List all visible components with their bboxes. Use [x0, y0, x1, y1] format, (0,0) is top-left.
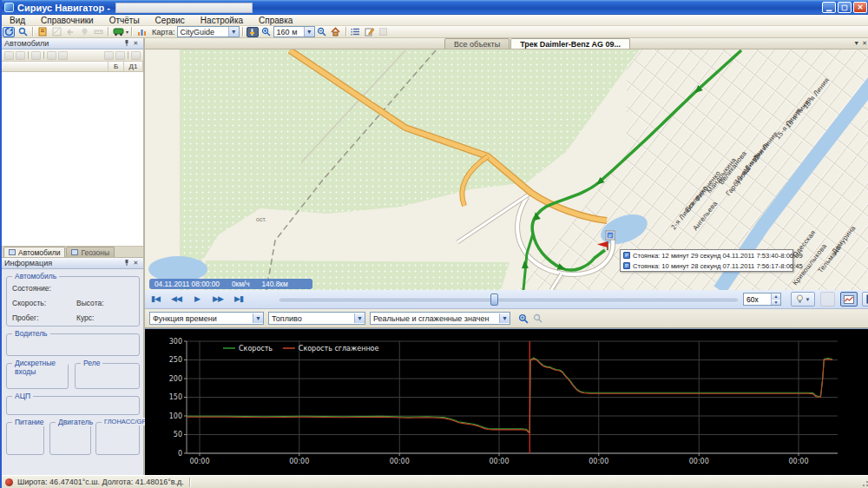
group-adc-label: АЦП — [12, 392, 33, 400]
menu-bar: ВидСправочникиОтчётыСервисНастройкаСправ… — [2, 15, 868, 26]
forward-button[interactable]: ▶▶ — [209, 293, 227, 307]
y-tick-label: 0 — [178, 450, 182, 458]
pin-icon[interactable] — [122, 39, 131, 48]
values-mode-combo-dropdown-icon[interactable]: ▼ — [499, 313, 510, 323]
group-relay: Реле — [75, 363, 140, 389]
scale-combo[interactable]: 160 м ▼ — [273, 26, 315, 37]
ruler-icon[interactable] — [92, 27, 104, 37]
vehicles-list[interactable] — [2, 72, 143, 247]
toolbar-separator — [32, 27, 33, 36]
tab-close-icon[interactable]: ✕ — [862, 40, 867, 47]
column-header-b[interactable]: Б — [108, 62, 124, 71]
parameter-combo[interactable]: Топливо ▼ — [268, 312, 365, 325]
group-vehicle: Автомобиль Состояние: Скорость: Высота: … — [6, 276, 140, 326]
first-button[interactable]: ▮◀ — [147, 293, 164, 307]
menu-item-5[interactable]: Справка — [251, 15, 300, 26]
pin-icon[interactable] — [122, 259, 131, 267]
vehicles-column-headers: Б Д1 — [2, 62, 143, 72]
chart-zoom-in-icon[interactable] — [517, 313, 529, 324]
menu-item-1[interactable]: Справочники — [33, 15, 102, 26]
rewind-button[interactable]: ◀◀ — [168, 293, 185, 307]
extra-tool-button[interactable] — [820, 292, 835, 307]
left-panel: Автомобили ✕ Б Д1 — [2, 38, 145, 475]
map-combo-label: Карта: — [152, 28, 175, 36]
toolbar-separator — [242, 27, 243, 36]
group-power: Питание — [6, 422, 44, 455]
series-speed-smoothed — [187, 359, 832, 432]
close-button[interactable]: ✕ — [853, 2, 867, 13]
parking-badge-icon[interactable]: P — [606, 231, 615, 240]
vehicles-toolbar-icon[interactable] — [47, 51, 56, 60]
tab-all-objects[interactable]: Все объекты — [444, 38, 510, 49]
parameter-combo-dropdown-icon[interactable]: ▼ — [354, 313, 365, 323]
info-panel-content: Автомобиль Состояние: Скорость: Высота: … — [2, 269, 143, 475]
close-panel-icon[interactable]: ✕ — [131, 259, 141, 267]
vehicle-dropdown-arrow[interactable]: ▾ — [126, 29, 128, 35]
remove-icon[interactable] — [115, 51, 125, 60]
add-icon[interactable] — [104, 51, 114, 60]
vehicle-icon[interactable] — [112, 27, 124, 37]
vehicles-toolbar-icon[interactable] — [4, 51, 14, 60]
zoom-in-icon[interactable] — [260, 27, 273, 37]
timeline-slider-thumb[interactable] — [490, 293, 498, 306]
timeline-slider-track[interactable] — [279, 299, 738, 301]
settings-icon[interactable] — [378, 27, 390, 37]
undo-icon[interactable] — [64, 27, 76, 37]
minimize-button[interactable]: ▁ — [822, 2, 836, 13]
scale-combo-dropdown-icon[interactable]: ▼ — [304, 27, 314, 36]
map-combo[interactable]: CityGuide ▼ — [177, 26, 240, 37]
bulb-dropdown-icon[interactable]: ▼ — [806, 297, 811, 302]
column-header-name[interactable] — [2, 62, 108, 71]
toolbar-separator — [128, 51, 128, 59]
chart-zoom-out-icon[interactable] — [531, 313, 543, 324]
playback-speed-value: 60x — [744, 295, 771, 304]
statusbar-separator — [189, 478, 190, 487]
highlight-track-button[interactable]: ▼ — [791, 292, 815, 307]
edit-icon[interactable] — [364, 27, 376, 37]
values-mode-combo[interactable]: Реальные и сглаженные значен ▼ — [370, 312, 510, 325]
vehicles-toolbar-icon[interactable] — [58, 51, 68, 60]
play-button[interactable]: ▶ — [188, 293, 206, 307]
parking-icon: P — [623, 262, 630, 269]
menu-item-0[interactable]: Вид — [2, 15, 33, 26]
tab-geozones-label: Геозоны — [81, 247, 109, 258]
save-button[interactable] — [862, 292, 868, 307]
vehicles-toolbar-icon[interactable] — [31, 51, 41, 60]
refresh-icon[interactable] — [3, 27, 15, 37]
field-state-label: Состояние: — [12, 284, 51, 293]
parameter-combo-value: Топливо — [269, 314, 354, 323]
tab-vehicles-label: Автомобили — [18, 247, 60, 258]
resize-grip[interactable] — [860, 478, 868, 487]
overlay-speed: 0км/ч — [232, 280, 250, 288]
zoom-slider-icon[interactable] — [247, 27, 259, 37]
tab-geozones[interactable]: Геозоны — [66, 247, 115, 257]
search-icon[interactable] — [16, 27, 29, 37]
map-canvas[interactable]: P ост. 18-я Линия16-я Линия15-я Линия12-… — [145, 49, 868, 290]
tab-track[interactable]: Трек Daimler-Benz AG 09... — [510, 38, 630, 49]
route-icon[interactable] — [50, 27, 62, 37]
report-icon[interactable] — [36, 27, 49, 37]
columns-icon[interactable] — [131, 51, 141, 60]
playback-speed-spinner[interactable]: 60x ▲▼ — [743, 293, 781, 306]
menu-item-3[interactable]: Сервис — [148, 15, 193, 26]
home-icon[interactable] — [330, 27, 342, 37]
vehicles-toolbar-icon[interactable] — [16, 51, 25, 60]
legend-label: Скорость — [239, 345, 273, 353]
function-combo-dropdown-icon[interactable]: ▼ — [253, 313, 263, 323]
list-icon[interactable] — [350, 27, 362, 37]
tab-list-dropdown-icon[interactable]: ▼ — [853, 40, 859, 47]
map-combo-dropdown-icon[interactable]: ▼ — [228, 27, 239, 36]
menu-item-4[interactable]: Настройка — [193, 15, 251, 26]
close-panel-icon[interactable]: ✕ — [131, 39, 141, 48]
function-combo[interactable]: Функция времени ▼ — [149, 312, 264, 325]
show-chart-button[interactable] — [840, 292, 858, 307]
marker-icon[interactable] — [78, 27, 90, 37]
menu-item-2[interactable]: Отчёты — [102, 15, 148, 26]
column-header-d1[interactable]: Д1 — [124, 62, 143, 71]
last-button[interactable]: ▶▮ — [230, 293, 247, 307]
spin-down-icon[interactable]: ▼ — [771, 300, 780, 306]
zoom-out-icon[interactable] — [316, 27, 328, 37]
chart-icon[interactable] — [135, 27, 148, 37]
tab-vehicles[interactable]: Автомобили — [3, 247, 65, 257]
maximize-button[interactable]: ▢ — [838, 2, 852, 13]
